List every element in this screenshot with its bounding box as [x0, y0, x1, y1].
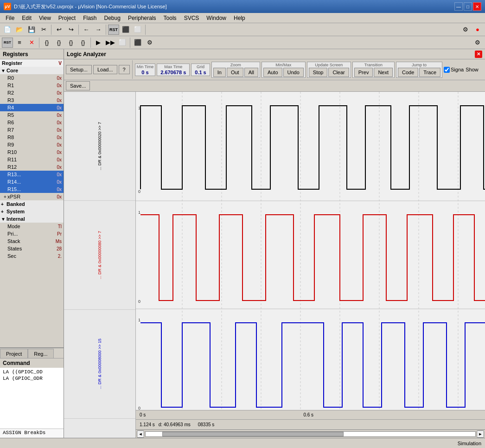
la-setup-btn[interactable]: Setup...: [66, 65, 92, 74]
menu-item-help[interactable]: Help: [230, 13, 249, 23]
menu-item-flash[interactable]: Flash: [79, 13, 100, 23]
tb-rst[interactable]: RST: [108, 25, 119, 35]
reg-r7[interactable]: R70x: [0, 126, 64, 134]
la-stop-btn[interactable]: Stop: [309, 68, 328, 77]
reg-r9[interactable]: R90x: [0, 141, 64, 148]
tb-undo[interactable]: ↩: [53, 25, 64, 35]
menu-item-tools[interactable]: Tools: [160, 13, 180, 23]
la-undo-btn[interactable]: Undo: [283, 68, 304, 77]
close-button[interactable]: ✕: [473, 2, 481, 11]
tb-x-btn[interactable]: ✕: [26, 38, 37, 48]
title-area: μV D:\嵌入式开发\v52.uvprojx - μVision [Non-C…: [4, 3, 167, 10]
cmd-line-1: LA ((GPIOC_OD: [3, 369, 61, 375]
maximize-button[interactable]: □: [464, 2, 472, 11]
la-zoom-all[interactable]: All: [244, 68, 258, 77]
la-auto-btn[interactable]: Auto: [263, 68, 282, 77]
la-prev-btn[interactable]: Prev: [354, 68, 373, 77]
command-panel: Command LA ((GPIOC_OD LA (GPIOC_ODR ASSI…: [0, 358, 64, 438]
group-core[interactable]: ▼ Core: [0, 67, 64, 74]
tb-open[interactable]: 📂: [14, 25, 25, 35]
la-trace-btn[interactable]: Trace: [419, 68, 440, 77]
reg-states[interactable]: States28: [0, 245, 64, 252]
reg-pri[interactable]: Pri...Pr: [0, 230, 64, 237]
menu-item-window[interactable]: Window: [203, 13, 230, 23]
reg-r10[interactable]: R100x: [0, 148, 64, 156]
tab-reg[interactable]: Reg...: [28, 349, 53, 358]
tb-list[interactable]: ≡: [14, 38, 25, 48]
tb-step1[interactable]: {}: [41, 38, 52, 48]
la-cursor-status: 1.124 s d: 40.64963 ms 08335 s: [136, 419, 485, 429]
scroll-right-btn[interactable]: ►: [477, 430, 484, 438]
menu-item-peripherals[interactable]: Peripherals: [124, 13, 160, 23]
scroll-thumb[interactable]: [162, 432, 344, 436]
reg-r11[interactable]: R110x: [0, 156, 64, 163]
reg-r0[interactable]: R00x: [0, 74, 64, 82]
reg-r1[interactable]: R10x: [0, 82, 64, 89]
tb-redo[interactable]: ↪: [65, 25, 77, 35]
la-scrollbar[interactable]: ◄ ►: [136, 429, 485, 438]
minimize-button[interactable]: —: [454, 2, 463, 11]
la-zoom-in[interactable]: In: [213, 68, 226, 77]
group-internal[interactable]: ▼ Internal: [0, 215, 64, 223]
tb-cut[interactable]: ✂: [38, 25, 49, 35]
reg-r13[interactable]: R13...0x: [0, 171, 64, 178]
registers-panel: Registers Register V ▼ Core R00x R10x: [0, 49, 64, 347]
reg-r5[interactable]: R50x: [0, 111, 64, 119]
tb-step4[interactable]: {}: [77, 38, 89, 48]
tb-dbg2[interactable]: ⬜: [132, 25, 143, 35]
la-save-btn[interactable]: Save...: [66, 81, 90, 90]
tb-step3[interactable]: {}: [65, 38, 77, 48]
menu-item-project[interactable]: Project: [55, 13, 79, 23]
tb-nav1[interactable]: ←: [81, 25, 92, 35]
la-load-btn[interactable]: Load...: [93, 65, 117, 74]
tb-dbg5[interactable]: ⚙: [144, 38, 155, 48]
la-next-btn[interactable]: Next: [374, 68, 393, 77]
tb-dbg4[interactable]: ⬛: [132, 38, 143, 48]
reg-r8[interactable]: R80x: [0, 134, 64, 141]
la-signal-checkbox[interactable]: [444, 67, 450, 73]
tb-new[interactable]: 📄: [2, 25, 13, 35]
tb-settings[interactable]: ⚙: [460, 25, 471, 35]
tb-run2[interactable]: ▶▶: [105, 38, 116, 48]
menu-item-file[interactable]: File: [2, 13, 18, 23]
menu-item-svcs[interactable]: SVCS: [180, 13, 203, 23]
reg-mode[interactable]: ModeTl: [0, 223, 64, 230]
group-system[interactable]: + System: [0, 208, 64, 215]
la-zoom-out[interactable]: Out: [227, 68, 243, 77]
tb-play[interactable]: ▶: [93, 38, 104, 48]
menu-item-debug[interactable]: Debug: [101, 13, 124, 23]
command-input[interactable]: ASSIGN BreakDs: [0, 429, 64, 438]
tb-save[interactable]: 💾: [26, 25, 37, 35]
la-help-btn[interactable]: ?: [119, 65, 130, 74]
reg-xpsr[interactable]: + xPSR0x: [0, 193, 64, 200]
group-banked[interactable]: + Banked: [0, 200, 64, 208]
tab-project[interactable]: Project: [0, 349, 28, 358]
reg-stack[interactable]: StackMs: [0, 237, 64, 245]
scroll-left-btn[interactable]: ◄: [137, 430, 144, 438]
reg-r2[interactable]: R20x: [0, 89, 64, 96]
menu-item-edit[interactable]: Edit: [18, 13, 35, 23]
la-code-btn[interactable]: Code: [398, 68, 418, 77]
tb-step2[interactable]: {}: [53, 38, 64, 48]
sep6: [90, 38, 91, 48]
reg-r14[interactable]: R14...0x: [0, 178, 64, 186]
menu-item-view[interactable]: View: [35, 13, 55, 23]
tb-debug3[interactable]: ⬜: [117, 38, 128, 48]
tb-nav2[interactable]: →: [93, 25, 104, 35]
tb-rst2[interactable]: RST: [2, 38, 13, 48]
reg-r3[interactable]: R30x: [0, 96, 64, 104]
tb-dbg1[interactable]: ⬛: [120, 25, 131, 35]
la-grid-label: Grid: [197, 64, 204, 69]
scroll-track[interactable]: [145, 431, 476, 437]
reg-sec[interactable]: Sec2.: [0, 252, 64, 260]
reg-r4[interactable]: R40x: [0, 104, 64, 111]
la-close-button[interactable]: ✕: [475, 51, 482, 58]
registers-header: Registers: [0, 49, 64, 59]
tb-settings2[interactable]: ⚙: [472, 38, 483, 48]
reg-r15[interactable]: R15...0x: [0, 186, 64, 193]
tb-run[interactable]: ●: [472, 25, 483, 35]
la-clear-btn[interactable]: Clear: [328, 68, 349, 77]
svg-text:0: 0: [138, 189, 140, 194]
reg-r12[interactable]: R120x: [0, 163, 64, 171]
reg-r6[interactable]: R60x: [0, 119, 64, 126]
